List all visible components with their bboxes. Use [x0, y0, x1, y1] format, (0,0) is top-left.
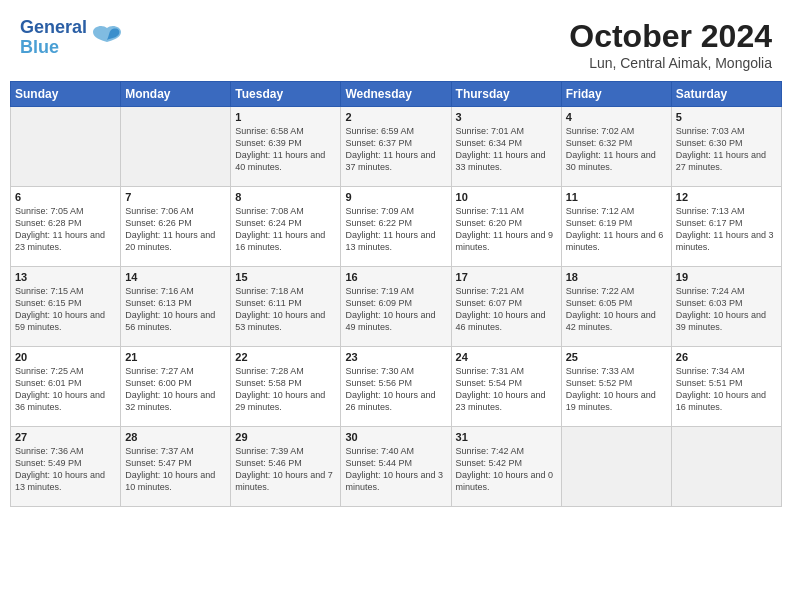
day-cell: 6Sunrise: 7:05 AM Sunset: 6:28 PM Daylig…	[11, 187, 121, 267]
day-detail: Sunrise: 7:11 AM Sunset: 6:20 PM Dayligh…	[456, 205, 557, 254]
logo: General Blue	[20, 18, 123, 58]
day-detail: Sunrise: 7:06 AM Sunset: 6:26 PM Dayligh…	[125, 205, 226, 254]
header-cell-wednesday: Wednesday	[341, 82, 451, 107]
day-detail: Sunrise: 7:08 AM Sunset: 6:24 PM Dayligh…	[235, 205, 336, 254]
day-number: 15	[235, 271, 336, 283]
day-cell: 19Sunrise: 7:24 AM Sunset: 6:03 PM Dayli…	[671, 267, 781, 347]
logo-bird-icon	[91, 24, 123, 52]
day-number: 20	[15, 351, 116, 363]
day-number: 2	[345, 111, 446, 123]
day-detail: Sunrise: 7:25 AM Sunset: 6:01 PM Dayligh…	[15, 365, 116, 414]
day-cell	[561, 427, 671, 507]
day-number: 10	[456, 191, 557, 203]
day-number: 11	[566, 191, 667, 203]
day-number: 28	[125, 431, 226, 443]
day-detail: Sunrise: 7:13 AM Sunset: 6:17 PM Dayligh…	[676, 205, 777, 254]
day-number: 1	[235, 111, 336, 123]
day-cell: 5Sunrise: 7:03 AM Sunset: 6:30 PM Daylig…	[671, 107, 781, 187]
header-cell-saturday: Saturday	[671, 82, 781, 107]
day-detail: Sunrise: 7:01 AM Sunset: 6:34 PM Dayligh…	[456, 125, 557, 174]
day-cell: 20Sunrise: 7:25 AM Sunset: 6:01 PM Dayli…	[11, 347, 121, 427]
logo-text-blue: Blue	[20, 38, 87, 58]
week-row-4: 20Sunrise: 7:25 AM Sunset: 6:01 PM Dayli…	[11, 347, 782, 427]
day-number: 8	[235, 191, 336, 203]
day-number: 16	[345, 271, 446, 283]
header-cell-friday: Friday	[561, 82, 671, 107]
calendar-table: SundayMondayTuesdayWednesdayThursdayFrid…	[10, 81, 782, 507]
day-detail: Sunrise: 7:02 AM Sunset: 6:32 PM Dayligh…	[566, 125, 667, 174]
day-cell: 18Sunrise: 7:22 AM Sunset: 6:05 PM Dayli…	[561, 267, 671, 347]
day-detail: Sunrise: 7:40 AM Sunset: 5:44 PM Dayligh…	[345, 445, 446, 494]
day-cell: 11Sunrise: 7:12 AM Sunset: 6:19 PM Dayli…	[561, 187, 671, 267]
day-detail: Sunrise: 7:36 AM Sunset: 5:49 PM Dayligh…	[15, 445, 116, 494]
day-number: 30	[345, 431, 446, 443]
day-cell: 17Sunrise: 7:21 AM Sunset: 6:07 PM Dayli…	[451, 267, 561, 347]
day-number: 31	[456, 431, 557, 443]
day-number: 17	[456, 271, 557, 283]
day-number: 7	[125, 191, 226, 203]
day-cell: 16Sunrise: 7:19 AM Sunset: 6:09 PM Dayli…	[341, 267, 451, 347]
day-cell: 15Sunrise: 7:18 AM Sunset: 6:11 PM Dayli…	[231, 267, 341, 347]
day-detail: Sunrise: 7:24 AM Sunset: 6:03 PM Dayligh…	[676, 285, 777, 334]
day-cell: 14Sunrise: 7:16 AM Sunset: 6:13 PM Dayli…	[121, 267, 231, 347]
day-cell: 24Sunrise: 7:31 AM Sunset: 5:54 PM Dayli…	[451, 347, 561, 427]
day-cell: 4Sunrise: 7:02 AM Sunset: 6:32 PM Daylig…	[561, 107, 671, 187]
logo-text-general: General	[20, 18, 87, 38]
day-cell	[11, 107, 121, 187]
day-number: 24	[456, 351, 557, 363]
day-number: 23	[345, 351, 446, 363]
day-number: 29	[235, 431, 336, 443]
title-area: October 2024 Lun, Central Aimak, Mongoli…	[569, 18, 772, 71]
day-detail: Sunrise: 7:03 AM Sunset: 6:30 PM Dayligh…	[676, 125, 777, 174]
day-cell	[671, 427, 781, 507]
week-row-1: 1Sunrise: 6:58 AM Sunset: 6:39 PM Daylig…	[11, 107, 782, 187]
week-row-2: 6Sunrise: 7:05 AM Sunset: 6:28 PM Daylig…	[11, 187, 782, 267]
day-cell: 12Sunrise: 7:13 AM Sunset: 6:17 PM Dayli…	[671, 187, 781, 267]
day-cell: 23Sunrise: 7:30 AM Sunset: 5:56 PM Dayli…	[341, 347, 451, 427]
day-cell: 21Sunrise: 7:27 AM Sunset: 6:00 PM Dayli…	[121, 347, 231, 427]
header-cell-monday: Monday	[121, 82, 231, 107]
header-cell-tuesday: Tuesday	[231, 82, 341, 107]
day-detail: Sunrise: 7:28 AM Sunset: 5:58 PM Dayligh…	[235, 365, 336, 414]
day-detail: Sunrise: 7:27 AM Sunset: 6:00 PM Dayligh…	[125, 365, 226, 414]
day-detail: Sunrise: 7:21 AM Sunset: 6:07 PM Dayligh…	[456, 285, 557, 334]
day-detail: Sunrise: 7:33 AM Sunset: 5:52 PM Dayligh…	[566, 365, 667, 414]
day-detail: Sunrise: 7:19 AM Sunset: 6:09 PM Dayligh…	[345, 285, 446, 334]
day-cell: 10Sunrise: 7:11 AM Sunset: 6:20 PM Dayli…	[451, 187, 561, 267]
day-cell: 3Sunrise: 7:01 AM Sunset: 6:34 PM Daylig…	[451, 107, 561, 187]
day-number: 18	[566, 271, 667, 283]
day-cell: 7Sunrise: 7:06 AM Sunset: 6:26 PM Daylig…	[121, 187, 231, 267]
day-number: 13	[15, 271, 116, 283]
day-cell: 9Sunrise: 7:09 AM Sunset: 6:22 PM Daylig…	[341, 187, 451, 267]
day-cell: 8Sunrise: 7:08 AM Sunset: 6:24 PM Daylig…	[231, 187, 341, 267]
day-number: 5	[676, 111, 777, 123]
day-cell: 30Sunrise: 7:40 AM Sunset: 5:44 PM Dayli…	[341, 427, 451, 507]
day-number: 25	[566, 351, 667, 363]
day-number: 26	[676, 351, 777, 363]
day-number: 27	[15, 431, 116, 443]
day-number: 9	[345, 191, 446, 203]
day-number: 6	[15, 191, 116, 203]
day-detail: Sunrise: 7:34 AM Sunset: 5:51 PM Dayligh…	[676, 365, 777, 414]
header-cell-sunday: Sunday	[11, 82, 121, 107]
day-number: 12	[676, 191, 777, 203]
day-cell	[121, 107, 231, 187]
header-cell-thursday: Thursday	[451, 82, 561, 107]
day-cell: 28Sunrise: 7:37 AM Sunset: 5:47 PM Dayli…	[121, 427, 231, 507]
day-cell: 1Sunrise: 6:58 AM Sunset: 6:39 PM Daylig…	[231, 107, 341, 187]
day-detail: Sunrise: 7:18 AM Sunset: 6:11 PM Dayligh…	[235, 285, 336, 334]
day-detail: Sunrise: 7:37 AM Sunset: 5:47 PM Dayligh…	[125, 445, 226, 494]
day-number: 14	[125, 271, 226, 283]
calendar-header: SundayMondayTuesdayWednesdayThursdayFrid…	[11, 82, 782, 107]
day-detail: Sunrise: 7:22 AM Sunset: 6:05 PM Dayligh…	[566, 285, 667, 334]
day-detail: Sunrise: 7:12 AM Sunset: 6:19 PM Dayligh…	[566, 205, 667, 254]
day-detail: Sunrise: 7:30 AM Sunset: 5:56 PM Dayligh…	[345, 365, 446, 414]
day-cell: 22Sunrise: 7:28 AM Sunset: 5:58 PM Dayli…	[231, 347, 341, 427]
day-number: 4	[566, 111, 667, 123]
week-row-5: 27Sunrise: 7:36 AM Sunset: 5:49 PM Dayli…	[11, 427, 782, 507]
month-title: October 2024	[569, 18, 772, 55]
day-cell: 2Sunrise: 6:59 AM Sunset: 6:37 PM Daylig…	[341, 107, 451, 187]
week-row-3: 13Sunrise: 7:15 AM Sunset: 6:15 PM Dayli…	[11, 267, 782, 347]
day-number: 3	[456, 111, 557, 123]
day-detail: Sunrise: 6:58 AM Sunset: 6:39 PM Dayligh…	[235, 125, 336, 174]
